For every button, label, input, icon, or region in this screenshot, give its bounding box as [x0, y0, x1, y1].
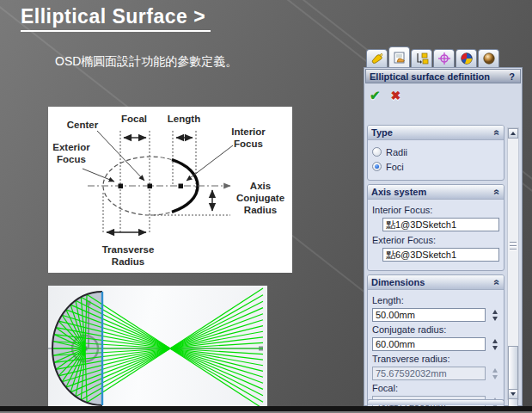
radio-button-selected-icon[interactable]	[372, 162, 382, 171]
interior-focus-label: Interior Focus:	[372, 205, 499, 215]
ellipse-diagram-svg: Center Focal Length Interior Focus Exter…	[48, 107, 292, 273]
next-section-header-sliver[interactable]	[367, 399, 504, 405]
interior-focus-field[interactable]: 點1@3DSketch1	[382, 218, 499, 231]
label-interior-focus: Interior	[231, 126, 266, 137]
section-type-header[interactable]: Type «	[368, 126, 504, 140]
section-axis-system: Axis system « Interior Focus: 點1@3DSketc…	[367, 184, 504, 271]
radio-radii[interactable]: Radii	[372, 145, 499, 158]
exterior-focus-field[interactable]: 點6@3DSketch1	[382, 248, 499, 262]
label-conjugate-radius: Conjugate	[236, 193, 284, 203]
label-transverse-radius: Transverse	[102, 244, 155, 255]
panel-scrollbar[interactable]	[507, 127, 519, 400]
panel-title-bar: Elliptical surface definition ?	[365, 69, 521, 83]
tab-property-manager[interactable]	[388, 46, 410, 67]
tab-display-manager[interactable]	[456, 49, 477, 67]
conjugate-radius-field[interactable]: 60.00mm	[372, 337, 486, 351]
radio-button-icon[interactable]	[372, 147, 382, 157]
panel-body: Elliptical surface definition ? ✔ ✖ Type…	[364, 67, 523, 406]
collapse-chevron-icon: «	[493, 280, 502, 286]
magenta-crosshair-icon	[437, 52, 451, 65]
scroll-up-button[interactable]	[508, 128, 518, 139]
label-length: Length	[168, 114, 200, 124]
scrollbar-grip-icon[interactable]	[510, 241, 517, 251]
panel-title: Elliptical surface definition	[370, 71, 490, 82]
ellipse-parameter-diagram: Center Focal Length Interior Focus Exter…	[48, 107, 292, 273]
help-button[interactable]: ?	[507, 71, 517, 82]
section-axis-system-header[interactable]: Axis system «	[368, 185, 504, 200]
panel-action-row: ✔ ✖	[364, 84, 522, 105]
cancel-button[interactable]: ✖	[391, 89, 401, 102]
page-title: Elliptical Surface >	[21, 5, 211, 32]
scroll-down-button[interactable]	[508, 389, 518, 399]
panel-sections: Type « Radii Foci	[367, 125, 504, 413]
tab-configuration-manager[interactable]	[411, 49, 432, 67]
scrollbar-thumb[interactable]	[508, 346, 518, 413]
transverse-radius-spinner	[490, 368, 499, 379]
exterior-focus-label: Exterior Focus:	[372, 235, 499, 245]
label-center: Center	[67, 120, 99, 130]
conjugate-radius-spinner[interactable]	[490, 339, 499, 350]
label-focal: Focal	[121, 114, 147, 124]
conjugate-radius-label: Conjugate radius:	[372, 324, 499, 335]
boxes-arrow-icon	[415, 52, 429, 65]
length-spinner[interactable]	[490, 310, 499, 321]
svg-text:Focus: Focus	[57, 154, 86, 164]
slide-subtitle: OSD橢圓面設計功能的參數定義。	[55, 54, 237, 70]
wrench-icon	[370, 52, 384, 65]
presentation-slide: Elliptical Surface > OSD橢圓面設計功能的參數定義。	[0, 0, 532, 413]
transverse-radius-field: 75.67592032mm	[372, 367, 486, 380]
section-dimensions: Dimensions « Length: 50.00mm Conjugate r…	[367, 274, 504, 413]
ray-trace-image	[48, 286, 267, 406]
focal-label: Focal:	[372, 383, 499, 393]
svg-text:Focus: Focus	[234, 139, 263, 149]
property-sheet-hand-icon	[393, 51, 407, 65]
label-exterior-focus: Exterior	[52, 142, 90, 152]
radio-foci[interactable]: Foci	[372, 160, 499, 173]
svg-text:Radius: Radius	[112, 256, 144, 267]
manager-tab-bar	[366, 47, 500, 67]
transverse-radius-label: Transverse radius:	[372, 354, 499, 364]
section-dimensions-header[interactable]: Dimensions «	[368, 275, 504, 290]
tab-feature-manager[interactable]	[366, 49, 388, 67]
label-axis: Axis	[250, 181, 271, 191]
gold-sphere-icon	[482, 52, 496, 65]
collapse-chevron-icon: «	[493, 189, 502, 195]
section-type: Type « Radii Foci	[367, 125, 504, 181]
colored-sphere-icon	[460, 52, 474, 65]
ray-trace-svg	[48, 286, 267, 406]
tab-dimxpert-manager[interactable]	[433, 49, 455, 67]
property-manager-panel: Elliptical surface definition ? ✔ ✖ Type…	[364, 47, 523, 406]
svg-text:Radius: Radius	[244, 205, 277, 215]
ok-button[interactable]: ✔	[370, 88, 381, 103]
tab-scene-manager[interactable]	[478, 49, 499, 67]
length-label: Length:	[372, 295, 499, 305]
length-field[interactable]: 50.00mm	[372, 308, 486, 322]
collapse-chevron-icon: «	[493, 130, 502, 136]
